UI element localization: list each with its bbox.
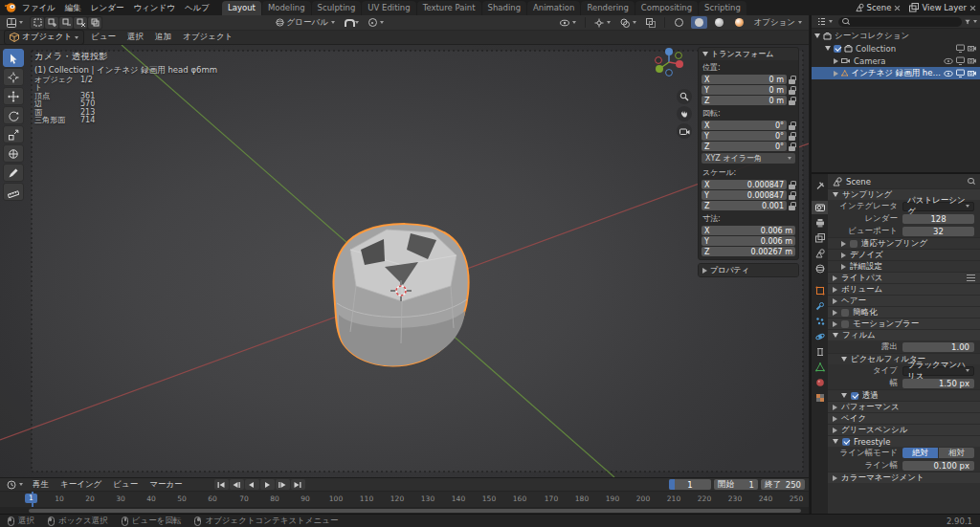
filter-type-dropdown[interactable]: ブラックマンハリス <box>902 366 974 376</box>
workspace-tab-sculpting[interactable]: Sculpting <box>312 1 362 15</box>
menu-window[interactable]: ウィンドウ <box>128 0 180 15</box>
tab-tool-properties[interactable] <box>812 179 828 192</box>
rotation-y-field[interactable]: Y0° <box>702 131 787 141</box>
lock-icon[interactable] <box>789 121 795 130</box>
hide-eye-icon[interactable] <box>944 57 953 65</box>
disable-viewport-icon[interactable] <box>956 44 965 53</box>
panel-color-management[interactable]: カラーマネージメント <box>828 472 980 483</box>
lock-icon[interactable] <box>789 132 795 141</box>
lock-icon[interactable] <box>789 143 795 151</box>
outliner-search[interactable] <box>838 17 962 27</box>
expand-icon[interactable] <box>825 46 831 51</box>
select-mode-set-button[interactable] <box>31 17 44 29</box>
unlink-scene-button[interactable] <box>894 5 901 11</box>
disable-render-icon[interactable] <box>968 69 977 77</box>
overlays-toggle[interactable] <box>617 18 639 28</box>
jump-end-button[interactable] <box>291 479 305 490</box>
object-type-visibility-dropdown[interactable] <box>557 19 579 27</box>
tab-output-properties[interactable] <box>812 216 828 230</box>
shading-options-dropdown[interactable]: オプション <box>751 17 806 29</box>
filter-funnel-icon[interactable] <box>965 18 970 26</box>
xray-toggle[interactable] <box>643 18 658 28</box>
mode-dropdown[interactable]: オブジェクト <box>4 30 84 45</box>
tool-select-box[interactable] <box>3 49 24 67</box>
shading-material-button[interactable] <box>711 16 727 29</box>
outliner-search-input[interactable] <box>853 17 958 26</box>
disable-viewport-icon[interactable] <box>956 69 965 77</box>
outliner-editor-selector[interactable] <box>814 17 835 26</box>
tool-move[interactable] <box>3 87 24 105</box>
panel-motion-blur[interactable]: モーションブラー <box>828 318 980 329</box>
tab-object-properties[interactable] <box>812 284 828 297</box>
freestyle-checkbox[interactable] <box>842 438 850 446</box>
outliner-row-mesh-active[interactable]: インチネジ 録画用 head φ6mm <box>812 67 980 79</box>
menu-select[interactable]: 選択 <box>122 32 148 43</box>
outliner-row-scene-collection[interactable]: シーンコレクション <box>812 30 980 42</box>
location-z-field[interactable]: Z0 m <box>702 96 787 105</box>
scene-selector[interactable]: Scene <box>856 3 902 12</box>
tab-world-properties[interactable] <box>812 262 828 275</box>
line-mode-relative-button[interactable]: 相対 <box>939 448 974 458</box>
scale-y-field[interactable]: Y0.000847 <box>702 190 787 200</box>
tab-view-layer-properties[interactable] <box>812 231 828 245</box>
menu-keying[interactable]: キーイング <box>56 479 106 491</box>
panel-denoising[interactable]: デノイズ <box>828 249 980 260</box>
line-width-field[interactable]: 0.100 px <box>902 461 974 471</box>
chevron-down-icon[interactable] <box>973 20 977 23</box>
shading-wireframe-button[interactable] <box>671 16 687 29</box>
gizmos-toggle[interactable] <box>591 18 613 28</box>
menu-add[interactable]: 追加 <box>150 32 176 43</box>
tab-material-properties[interactable] <box>812 376 828 389</box>
outliner-row-camera[interactable]: Camera <box>812 55 980 67</box>
workspace-tab-texture-paint[interactable]: Texture Paint <box>417 1 481 15</box>
timeline-scrollbar[interactable] <box>0 507 809 514</box>
transform-orientation-dropdown[interactable]: グローバル <box>273 17 338 29</box>
menu-marker[interactable]: マーカー <box>145 479 187 491</box>
dimensions-y-field[interactable]: Y0.006 m <box>702 236 795 246</box>
expand-icon[interactable] <box>814 33 820 38</box>
viewport-samples-field[interactable]: 32 <box>902 227 974 236</box>
snapping-toggle[interactable] <box>342 19 362 27</box>
lock-icon[interactable] <box>789 202 795 210</box>
menu-playback[interactable]: 再生 <box>28 479 54 491</box>
select-mode-extend-button[interactable] <box>45 17 58 29</box>
camera-view-button[interactable] <box>677 123 692 139</box>
current-frame-field[interactable]: 1 <box>669 479 711 490</box>
tool-transform[interactable] <box>3 144 24 163</box>
play-reverse-button[interactable] <box>245 479 259 490</box>
search-icon[interactable] <box>968 178 975 186</box>
panel-advanced[interactable]: 詳細設定 <box>828 260 980 272</box>
viewport-3d[interactable]: カメラ・透視投影 (1) Collection | インチネジ 録画用 head… <box>0 45 809 477</box>
simplify-checkbox[interactable] <box>841 309 849 317</box>
select-mode-intersect-button[interactable] <box>88 17 101 29</box>
workspace-tab-layout[interactable]: Layout <box>222 1 261 15</box>
workspace-tab-animation[interactable]: Animation <box>527 1 580 15</box>
next-keyframe-button[interactable] <box>276 479 290 490</box>
tab-scene-properties[interactable] <box>812 247 828 260</box>
panel-grease-pencil[interactable]: グリースペンシル <box>828 424 980 435</box>
collection-checkbox[interactable] <box>834 45 841 53</box>
tab-texture-properties[interactable] <box>812 391 828 405</box>
collapsed-icon[interactable] <box>834 58 838 64</box>
play-button[interactable] <box>260 479 275 490</box>
disable-render-icon[interactable] <box>968 44 977 53</box>
menu-render[interactable]: レンダー <box>86 0 129 15</box>
lock-icon[interactable] <box>789 86 795 95</box>
location-y-field[interactable]: Y0 m <box>702 85 787 95</box>
panel-freestyle[interactable]: Freestyle <box>828 435 980 447</box>
menu-view[interactable]: ビュー <box>86 32 121 43</box>
tab-particle-properties[interactable] <box>812 315 828 328</box>
jump-start-button[interactable] <box>214 479 229 490</box>
line-mode-absolute-button[interactable]: 絶対 <box>902 448 938 458</box>
panel-hair[interactable]: ヘアー <box>828 295 980 306</box>
lock-icon[interactable] <box>789 191 795 200</box>
playhead-frame-label[interactable]: 1 <box>25 494 37 503</box>
lock-icon[interactable] <box>789 97 795 105</box>
tab-constraint-properties[interactable] <box>812 345 828 359</box>
blender-logo-icon[interactable] <box>4 2 17 13</box>
select-mode-invert-button[interactable] <box>74 17 87 29</box>
rotation-mode-dropdown[interactable]: XYZ オイラー角 <box>702 153 795 164</box>
collapsed-icon[interactable] <box>834 71 838 77</box>
end-frame-field[interactable]: 終了250 <box>761 479 805 490</box>
tab-render-properties[interactable] <box>812 201 828 214</box>
